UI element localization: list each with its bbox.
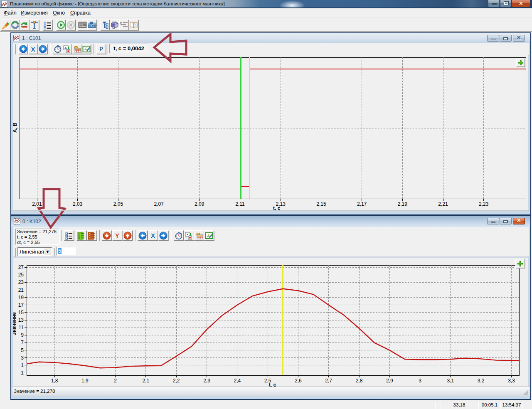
svg-text:9: 9 <box>21 332 24 338</box>
svg-text:2,23: 2,23 <box>479 201 489 207</box>
svg-text:23: 23 <box>18 279 24 285</box>
svg-text:19: 19 <box>18 295 24 301</box>
svg-text:7: 7 <box>21 340 24 345</box>
svg-text:1,8: 1,8 <box>51 378 58 384</box>
svg-text:3,1: 3,1 <box>447 378 454 384</box>
svg-text:2,6: 2,6 <box>295 378 302 384</box>
svg-text:13: 13 <box>18 317 24 323</box>
svg-text:5: 5 <box>21 347 24 353</box>
svg-text:3,3: 3,3 <box>508 378 515 384</box>
svg-text:2,05: 2,05 <box>113 201 123 207</box>
svg-text:-1: -1 <box>19 370 24 376</box>
svg-text:2,3: 2,3 <box>203 378 210 384</box>
svg-text:3,2: 3,2 <box>478 378 485 384</box>
svg-text:2,07: 2,07 <box>154 201 164 207</box>
svg-text:11: 11 <box>19 325 24 330</box>
svg-text:3: 3 <box>419 378 421 384</box>
svg-text:2,01: 2,01 <box>32 201 42 207</box>
svg-text:2,11: 2,11 <box>235 201 245 207</box>
svg-text:2,1: 2,1 <box>143 378 150 384</box>
svg-text:2,15: 2,15 <box>316 201 326 207</box>
svg-text:27: 27 <box>18 264 24 270</box>
svg-text:2,8: 2,8 <box>356 378 363 384</box>
svg-text:2: 2 <box>114 378 117 384</box>
svg-text:21: 21 <box>18 287 24 293</box>
svg-text:CA: CA <box>80 25 83 27</box>
svg-text:2,21: 2,21 <box>438 201 448 207</box>
svg-text:А, В: А, В <box>13 123 18 133</box>
svg-text:2,9: 2,9 <box>386 378 393 384</box>
svg-text:2,17: 2,17 <box>357 201 367 207</box>
svg-text:1,9: 1,9 <box>81 378 89 384</box>
svg-text:2,09: 2,09 <box>195 201 204 207</box>
svg-text:2,4: 2,4 <box>234 378 241 384</box>
svg-text:Значение: Значение <box>13 312 17 335</box>
svg-text:3: 3 <box>21 355 24 361</box>
svg-text:2,2: 2,2 <box>173 378 180 384</box>
svg-text:17: 17 <box>18 302 24 308</box>
svg-text:1: 1 <box>21 362 24 368</box>
svg-text:2,03: 2,03 <box>73 201 83 207</box>
svg-text:15: 15 <box>18 310 24 315</box>
svg-text:25: 25 <box>18 272 24 278</box>
svg-text:2,19: 2,19 <box>398 201 408 207</box>
svg-text:2,7: 2,7 <box>325 378 332 384</box>
